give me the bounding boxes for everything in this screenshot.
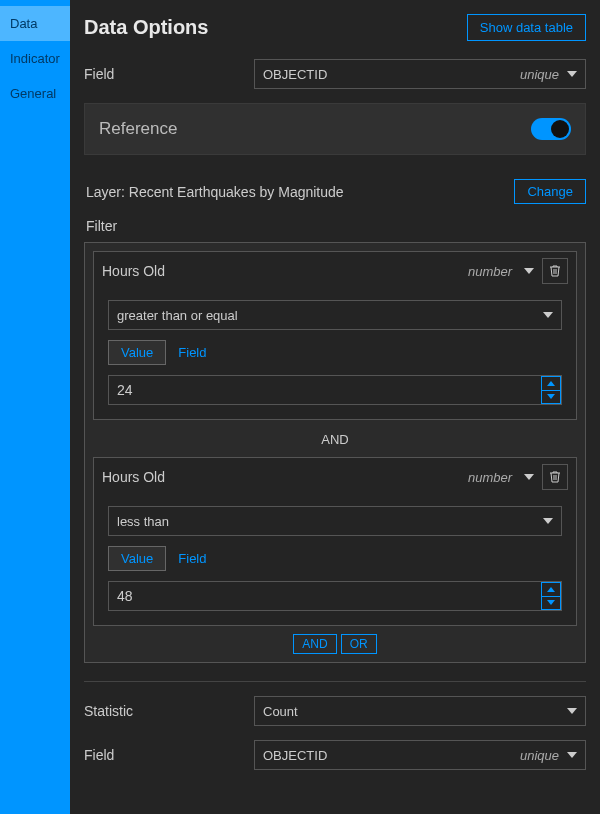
field-type-hint-2: unique bbox=[520, 748, 559, 763]
trash-icon bbox=[548, 264, 562, 278]
filter-field-select[interactable]: Hours Old bbox=[102, 263, 460, 279]
field-select-2-value: OBJECTID bbox=[263, 748, 327, 763]
sidebar-item-indicator[interactable]: Indicator bbox=[0, 41, 70, 76]
main-panel: Data Options Show data table Field OBJEC… bbox=[70, 0, 600, 814]
toggle-knob bbox=[551, 120, 569, 138]
filter-expression: Hours Old number greater than or equal bbox=[93, 251, 577, 420]
chevron-down-icon bbox=[567, 708, 577, 714]
field-select[interactable]: OBJECTID unique bbox=[254, 59, 586, 89]
caret-up-icon bbox=[547, 381, 555, 386]
sidebar: Data Indicator General bbox=[0, 0, 70, 814]
svg-marker-9 bbox=[567, 708, 577, 714]
caret-down-icon bbox=[547, 394, 555, 399]
field-select-value: OBJECTID bbox=[263, 67, 327, 82]
trash-icon bbox=[548, 470, 562, 484]
filter-field-select[interactable]: Hours Old bbox=[102, 469, 460, 485]
divider bbox=[84, 681, 586, 682]
tab-field[interactable]: Field bbox=[166, 340, 218, 365]
svg-marker-6 bbox=[543, 518, 553, 524]
field-label: Field bbox=[84, 66, 254, 82]
change-layer-button[interactable]: Change bbox=[514, 179, 586, 204]
field-row: Field OBJECTID unique bbox=[84, 59, 586, 89]
field-type-hint: unique bbox=[520, 67, 559, 82]
reference-card: Reference bbox=[84, 103, 586, 155]
filter-head: Hours Old number bbox=[94, 458, 576, 496]
reference-title: Reference bbox=[99, 119, 177, 139]
statistic-select-value: Count bbox=[263, 704, 298, 719]
sidebar-item-general[interactable]: General bbox=[0, 76, 70, 111]
svg-marker-0 bbox=[567, 71, 577, 77]
value-field-tabs: Value Field bbox=[108, 340, 562, 365]
chevron-down-icon bbox=[543, 518, 553, 524]
operator-select[interactable]: greater than or equal bbox=[108, 300, 562, 330]
tab-field[interactable]: Field bbox=[166, 546, 218, 571]
svg-marker-1 bbox=[524, 268, 534, 274]
value-input[interactable] bbox=[109, 582, 541, 610]
header: Data Options Show data table bbox=[84, 14, 586, 41]
field-select-2[interactable]: OBJECTID unique bbox=[254, 740, 586, 770]
chevron-down-icon bbox=[543, 312, 553, 318]
operator-select[interactable]: less than bbox=[108, 506, 562, 536]
spinner-up-button[interactable] bbox=[542, 583, 560, 597]
svg-marker-4 bbox=[547, 394, 555, 399]
value-field-tabs: Value Field bbox=[108, 546, 562, 571]
caret-down-icon bbox=[547, 600, 555, 605]
or-button[interactable]: OR bbox=[341, 634, 377, 654]
show-data-table-button[interactable]: Show data table bbox=[467, 14, 586, 41]
svg-marker-10 bbox=[567, 752, 577, 758]
layer-label: Layer: Recent Earthquakes by Magnitude bbox=[86, 184, 344, 200]
filter-type-hint: number bbox=[468, 264, 512, 279]
tab-value[interactable]: Value bbox=[108, 340, 166, 365]
chevron-down-icon bbox=[567, 752, 577, 758]
filter-head: Hours Old number bbox=[94, 252, 576, 290]
chevron-down-icon bbox=[567, 71, 577, 77]
svg-marker-8 bbox=[547, 600, 555, 605]
filter-label: Filter bbox=[86, 218, 586, 234]
and-separator: AND bbox=[93, 428, 577, 457]
page-title: Data Options bbox=[84, 16, 208, 39]
svg-marker-7 bbox=[547, 587, 555, 592]
and-button[interactable]: AND bbox=[293, 634, 336, 654]
filter-type-hint: number bbox=[468, 470, 512, 485]
tab-value[interactable]: Value bbox=[108, 546, 166, 571]
svg-marker-2 bbox=[543, 312, 553, 318]
svg-marker-3 bbox=[547, 381, 555, 386]
delete-expression-button[interactable] bbox=[542, 464, 568, 490]
sidebar-item-data[interactable]: Data bbox=[0, 6, 70, 41]
chevron-down-icon[interactable] bbox=[524, 474, 534, 480]
chevron-down-icon[interactable] bbox=[524, 268, 534, 274]
value-input-row bbox=[108, 581, 562, 611]
value-input[interactable] bbox=[109, 376, 541, 404]
value-input-row bbox=[108, 375, 562, 405]
statistic-select[interactable]: Count bbox=[254, 696, 586, 726]
statistic-label: Statistic bbox=[84, 703, 254, 719]
spinner-up-button[interactable] bbox=[542, 377, 560, 391]
layer-row: Layer: Recent Earthquakes by Magnitude C… bbox=[84, 165, 586, 208]
filter-expression: Hours Old number less than bbox=[93, 457, 577, 626]
spinner-down-button[interactable] bbox=[542, 597, 560, 610]
delete-expression-button[interactable] bbox=[542, 258, 568, 284]
spinner-down-button[interactable] bbox=[542, 391, 560, 404]
filter-box: Hours Old number greater than or equal bbox=[84, 242, 586, 663]
logic-buttons: AND OR bbox=[93, 634, 577, 654]
number-spinner bbox=[541, 582, 561, 610]
operator-value: greater than or equal bbox=[117, 308, 238, 323]
field-label-2: Field bbox=[84, 747, 254, 763]
statistic-row: Statistic Count bbox=[84, 696, 586, 726]
caret-up-icon bbox=[547, 587, 555, 592]
reference-toggle[interactable] bbox=[531, 118, 571, 140]
field-row-2: Field OBJECTID unique bbox=[84, 740, 586, 770]
number-spinner bbox=[541, 376, 561, 404]
svg-marker-5 bbox=[524, 474, 534, 480]
operator-value: less than bbox=[117, 514, 169, 529]
